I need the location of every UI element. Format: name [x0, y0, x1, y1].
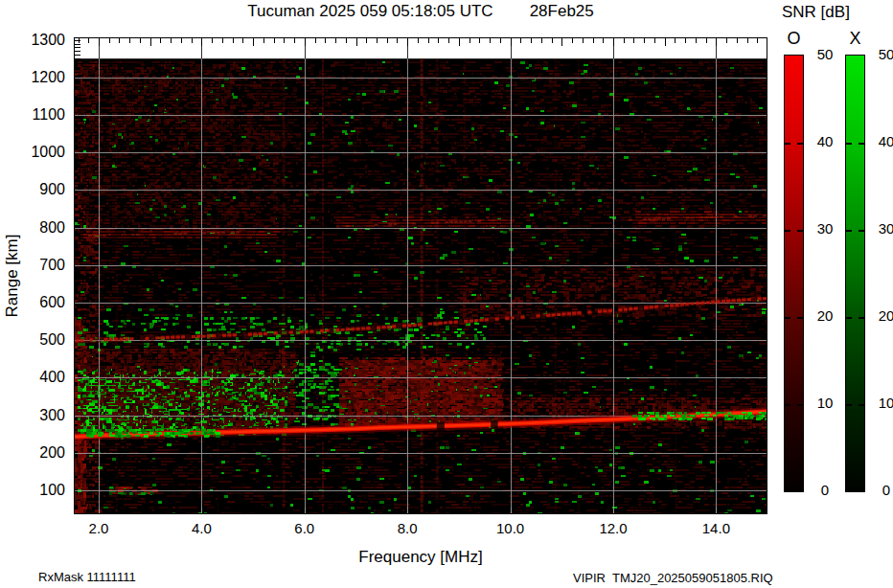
- colorbar-dash-tick: [785, 143, 803, 145]
- x-tick-label: 10.0: [485, 520, 537, 537]
- colorbar-tick-label: 30: [810, 220, 840, 237]
- y-tick-label: 1000: [15, 144, 65, 161]
- x-tick-label: 2.0: [73, 520, 125, 537]
- y-tick-label: 500: [15, 331, 65, 349]
- colorbar-tick-label: 0: [871, 482, 893, 499]
- colorbar-tick-label: 50: [810, 46, 840, 63]
- ionogram-viewer: Tucuman 2025 059 05:18:05 UTC 28Feb25 SN…: [0, 0, 893, 588]
- y-tick-label: 700: [15, 257, 65, 274]
- x-tick-label: 4.0: [175, 520, 227, 537]
- y-tick-label: 1200: [15, 69, 65, 86]
- colorbar-tick-label: 10: [871, 395, 893, 412]
- x-tick-label: 6.0: [279, 520, 331, 537]
- colorbar-dash-tick: [785, 230, 803, 232]
- colorbar-dash-tick: [785, 317, 803, 319]
- y-tick-label: 400: [15, 369, 65, 386]
- colorbar-title: SNR [dB]: [782, 3, 850, 22]
- o-mode-label: O: [784, 29, 804, 49]
- y-tick-label: 100: [15, 482, 65, 499]
- plot-date: 28Feb25: [530, 2, 594, 21]
- colorbar-tick-label: 40: [810, 133, 840, 150]
- colorbar-tick-label: 40: [871, 133, 893, 150]
- y-tick-label: 800: [15, 219, 65, 237]
- x-axis-title: Frequency [MHz]: [75, 548, 767, 567]
- x-tick-label: 14.0: [690, 520, 742, 537]
- ionogram-canvas: [75, 38, 767, 513]
- colorbar-dash-tick: [846, 143, 864, 145]
- x-mode-colorbar: [845, 55, 865, 492]
- y-tick-label: 900: [15, 181, 65, 198]
- ionogram-plot-area: [74, 37, 767, 514]
- colorbar-tick-label: 30: [871, 220, 893, 237]
- colorbar-tick-label: 10: [810, 395, 840, 412]
- plot-title-row: Tucuman 2025 059 05:18:05 UTC 28Feb25: [75, 2, 767, 21]
- y-tick-label: 600: [15, 294, 65, 311]
- y-axis-title: Range [km]: [3, 223, 20, 328]
- data-file-name: VIPIR TMJ20_2025059051805.RIQ: [573, 571, 773, 585]
- colorbar-tick-label: 0: [810, 482, 840, 499]
- x-tick-label: 8.0: [381, 520, 433, 537]
- colorbar-dash-tick: [846, 404, 864, 406]
- colorbar-dash-tick: [846, 230, 864, 232]
- colorbar-dash-tick: [785, 404, 803, 406]
- y-tick-label: 200: [15, 444, 65, 462]
- colorbar-tick-label: 20: [810, 307, 840, 325]
- colorbar-tick-label: 50: [871, 46, 893, 63]
- y-tick-label: 1300: [15, 32, 65, 49]
- colorbar-dash-tick: [846, 317, 864, 319]
- x-tick-label: 12.0: [587, 520, 639, 537]
- y-tick-label: 1100: [15, 106, 65, 124]
- rxmask-status: RxMask 11111111: [38, 570, 136, 584]
- o-mode-colorbar: [784, 55, 804, 492]
- y-tick-label: 300: [15, 407, 65, 424]
- plot-title: Tucuman 2025 059 05:18:05 UTC: [247, 2, 492, 21]
- colorbar-tick-label: 20: [871, 307, 893, 325]
- x-mode-label: X: [845, 29, 865, 49]
